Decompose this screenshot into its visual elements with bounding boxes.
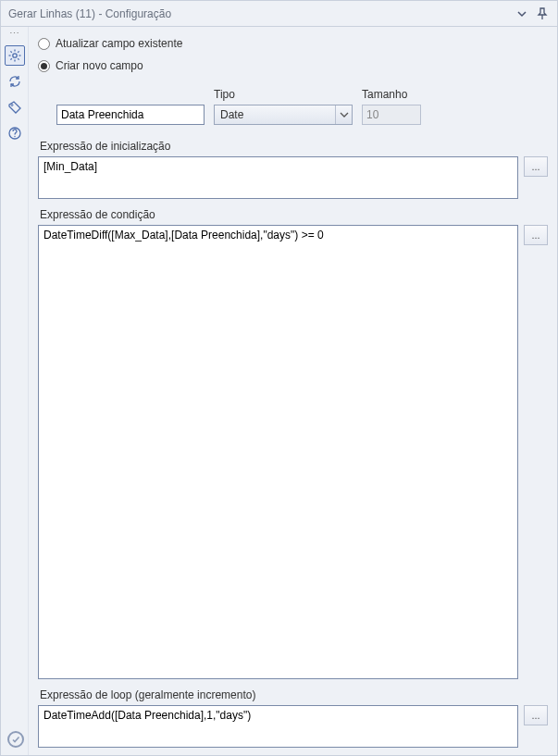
svg-line-8	[18, 51, 19, 52]
svg-point-0	[12, 54, 16, 57]
cond-expression-row: ...	[38, 225, 548, 679]
panel-body: ⋯ Atualizar campo existente Criar novo c…	[1, 27, 557, 755]
field-name-col	[56, 88, 205, 125]
tag-icon[interactable]	[5, 97, 25, 118]
init-expression-row: ...	[38, 156, 548, 199]
field-type-select[interactable]: Date	[214, 105, 353, 125]
loop-expression-row: ...	[38, 705, 548, 748]
cond-expression-browse-button[interactable]: ...	[524, 225, 548, 245]
field-name-input[interactable]	[56, 105, 205, 125]
svg-line-7	[10, 58, 11, 59]
mode-update-row[interactable]: Atualizar campo existente	[38, 34, 548, 53]
svg-point-9	[11, 105, 13, 106]
collapse-icon[interactable]	[515, 6, 529, 21]
field-size-input	[362, 105, 421, 125]
toolbar-grip-icon: ⋯	[9, 31, 20, 40]
loop-expression-browse-button[interactable]: ...	[524, 705, 548, 725]
config-panel: Gerar Linhas (11) - Configuração ⋯	[0, 0, 558, 756]
radio-update-existing[interactable]	[38, 38, 50, 50]
field-type-label: Tipo	[214, 88, 353, 101]
field-name-label	[56, 88, 205, 101]
cond-expression-label: Expressão de condição	[40, 208, 548, 221]
svg-point-11	[14, 136, 15, 137]
help-icon[interactable]	[5, 123, 25, 143]
svg-line-5	[10, 51, 11, 52]
radio-update-label: Atualizar campo existente	[56, 37, 182, 50]
chevron-down-icon[interactable]	[335, 105, 352, 124]
status-ok-icon	[7, 731, 24, 748]
loop-expression-input[interactable]	[38, 705, 518, 748]
mode-create-row[interactable]: Criar novo campo	[38, 56, 548, 75]
field-size-col: Tamanho	[362, 88, 421, 125]
radio-create-label: Criar novo campo	[56, 59, 143, 72]
loop-expression-label: Expressão de loop (geralmente incremento…	[40, 688, 548, 701]
init-expression-browse-button[interactable]: ...	[524, 156, 548, 177]
svg-line-6	[18, 58, 19, 59]
vertical-toolbar: ⋯	[1, 27, 29, 755]
pin-icon[interactable]	[535, 6, 550, 21]
panel-title: Gerar Linhas (11) - Configuração	[8, 7, 509, 20]
gear-icon[interactable]	[5, 45, 25, 66]
init-expression-input[interactable]	[38, 156, 518, 199]
init-expression-label: Expressão de inicialização	[40, 140, 548, 153]
field-definition-row: Tipo Date Tamanho	[56, 88, 548, 125]
field-type-col: Tipo Date	[214, 88, 353, 125]
titlebar: Gerar Linhas (11) - Configuração	[1, 1, 557, 27]
cond-expression-input[interactable]	[38, 225, 518, 679]
field-size-label: Tamanho	[362, 88, 421, 101]
field-type-value: Date	[220, 108, 243, 121]
radio-create-new[interactable]	[38, 60, 50, 72]
content-area: Atualizar campo existente Criar novo cam…	[29, 27, 557, 755]
refresh-arrows-icon[interactable]	[5, 71, 25, 92]
